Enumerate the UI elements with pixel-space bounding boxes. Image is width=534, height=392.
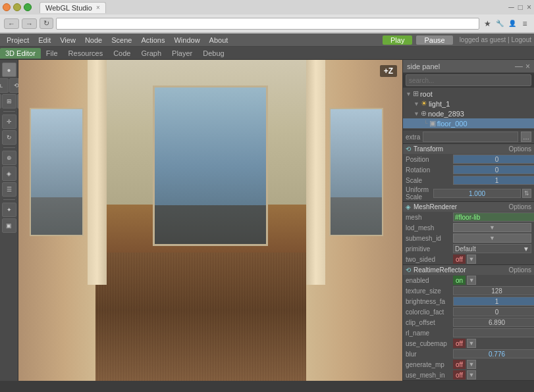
address-bar[interactable] xyxy=(56,18,479,30)
tab-3d-editor[interactable]: 3D Editor xyxy=(0,48,41,59)
transform-header[interactable]: ⟲ Transform Options xyxy=(403,144,534,154)
tree-item-floor[interactable]: └ ▣ floor_000 xyxy=(403,118,534,128)
menu-scene[interactable]: Scene xyxy=(107,36,136,45)
two-sided-btn[interactable]: ▼ xyxy=(467,255,476,264)
rl-name-input[interactable] xyxy=(453,328,534,337)
realtime-reflector-header[interactable]: ⟲ RealtimeReflector Options xyxy=(403,265,534,275)
menu-actions[interactable]: Actions xyxy=(137,36,169,45)
forward-button[interactable]: → xyxy=(22,18,37,29)
two-sided-value: off xyxy=(453,255,466,264)
clip-offset-row: clip_offset ⇅ xyxy=(403,317,534,328)
toolbar-btn-grid[interactable]: ⊞ xyxy=(2,94,16,109)
menu-window[interactable]: Window xyxy=(170,36,203,45)
scale-x[interactable] xyxy=(453,176,534,185)
toolbar-btn-rotate[interactable]: ↻ xyxy=(2,130,16,145)
tree-icon-root: ⊞ xyxy=(413,89,419,98)
back-button[interactable]: ← xyxy=(4,18,19,29)
scale-row: Scale xyxy=(403,175,534,185)
tree-arrow-floor: └ xyxy=(424,120,428,126)
toolbar-btn-8[interactable]: ✦ xyxy=(2,203,16,217)
side-panel-title: side panel xyxy=(407,62,440,70)
extra-btn[interactable]: … xyxy=(521,132,531,142)
use-cubemap-btn[interactable]: ▼ xyxy=(467,339,476,348)
rotation-x[interactable] xyxy=(453,165,534,174)
colorclio-row: colorclio_fact ⇅ xyxy=(403,306,534,317)
colorclio-label: colorclio_fact xyxy=(406,308,452,316)
reflector-options[interactable]: Options xyxy=(509,266,531,274)
generate-map-btn[interactable]: ▼ xyxy=(467,360,476,369)
submesh-btn[interactable]: ▼ xyxy=(453,233,531,243)
window-x-btn[interactable]: × xyxy=(527,3,531,12)
tab-close-icon[interactable]: × xyxy=(96,4,100,11)
menu-node[interactable]: Node xyxy=(81,36,106,45)
primitive-dropdown[interactable]: Default ▼ xyxy=(453,244,531,253)
tree-item-node[interactable]: ▼ ⊕ node_2893 xyxy=(403,109,534,118)
texture-size-input[interactable] xyxy=(453,286,534,295)
brightness-input[interactable] xyxy=(453,297,534,306)
toolbar-btn-l[interactable]: L xyxy=(0,78,9,93)
pause-button[interactable]: Pause xyxy=(416,36,452,45)
search-input[interactable] xyxy=(406,74,531,86)
uniform-scale-btn[interactable]: ⇅ xyxy=(522,189,531,198)
tree-item-root[interactable]: ▼ ⊞ root xyxy=(403,89,534,99)
window-minimize[interactable] xyxy=(13,3,21,11)
extension-icon[interactable]: 🔧 xyxy=(494,18,505,29)
brightness-row: brightness_fa ⇅ xyxy=(403,296,534,306)
mesh-renderer-label: MeshRenderer xyxy=(414,203,457,210)
menu-project[interactable]: Project xyxy=(3,36,33,45)
brightness-value-row: ⇅ xyxy=(453,297,534,306)
use-mesh-btn[interactable]: ▼ xyxy=(467,370,476,380)
colorclio-input[interactable] xyxy=(453,307,534,316)
side-panel-minimize[interactable]: — xyxy=(515,62,523,71)
clip-offset-input[interactable] xyxy=(453,318,534,327)
extra-input[interactable] xyxy=(423,132,518,142)
texture-size-value-row: ▼ xyxy=(453,286,534,295)
toolbar-btn-5[interactable]: ⊕ xyxy=(2,151,16,165)
window-maximize[interactable] xyxy=(24,3,32,11)
user-info: logged as guest | Logout xyxy=(460,36,531,43)
menu-about[interactable]: About xyxy=(205,36,232,45)
menu-edit[interactable]: Edit xyxy=(34,36,55,45)
sub-tab-file[interactable]: File xyxy=(41,48,63,59)
toolbar-btn-9[interactable]: ▣ xyxy=(2,218,16,233)
uniform-scale-value[interactable] xyxy=(433,189,521,198)
tree-label-floor: floor_000 xyxy=(437,120,467,128)
refresh-button[interactable]: ↻ xyxy=(40,18,53,29)
blur-input[interactable] xyxy=(453,349,534,358)
menu-icon[interactable]: ≡ xyxy=(520,18,530,29)
star-icon[interactable]: ★ xyxy=(482,18,493,29)
blur-value-row: ⇅ xyxy=(453,349,534,358)
tree-item-light[interactable]: ▼ ☀ light_1 xyxy=(403,99,534,109)
mesh-value-input[interactable] xyxy=(453,212,534,222)
transform-options[interactable]: Options xyxy=(509,145,531,153)
toolbar-btn-move[interactable]: ✛ xyxy=(2,114,16,129)
sub-tab-graph[interactable]: Graph xyxy=(136,48,167,59)
viewport-scene[interactable]: +Z xyxy=(18,60,402,381)
sub-tab-code[interactable]: Code xyxy=(108,48,136,59)
toolbar-btn-fx[interactable]: Fx xyxy=(0,94,1,109)
sub-tab-player[interactable]: Player xyxy=(167,48,198,59)
toolbar-btn-6[interactable]: ◈ xyxy=(2,166,16,181)
sub-tab-resources[interactable]: Resources xyxy=(63,48,109,59)
person-icon[interactable]: 👤 xyxy=(507,18,518,29)
editor-tabs: 3D Editor File Resources Code Graph Play… xyxy=(0,47,534,60)
position-x[interactable] xyxy=(453,155,534,164)
sub-tab-debug[interactable]: Debug xyxy=(198,48,229,59)
mesh-renderer-options[interactable]: Options xyxy=(509,203,531,210)
window-min-btn[interactable]: ─ xyxy=(508,3,514,12)
toolbar-btn-0[interactable]: ● xyxy=(2,62,16,77)
tree-arrow-root: ▼ xyxy=(406,91,412,97)
mesh-renderer-header[interactable]: ◈ MeshRenderer Options xyxy=(403,202,534,212)
window-close[interactable] xyxy=(3,3,11,11)
play-button[interactable]: Play xyxy=(383,36,412,45)
browser-tab[interactable]: WebGL Studio × xyxy=(40,2,106,13)
toolbar-btn-7[interactable]: ☰ xyxy=(2,182,16,197)
menu-view[interactable]: View xyxy=(56,36,80,45)
tree-icon-floor: ▣ xyxy=(429,119,436,128)
window-restore-btn[interactable]: □ xyxy=(518,3,523,12)
position-values xyxy=(453,155,534,164)
side-panel-close[interactable]: × xyxy=(525,62,530,71)
enabled-btn[interactable]: ▼ xyxy=(467,276,476,285)
colorclio-value-row: ⇅ xyxy=(453,307,534,316)
lod-mesh-btn[interactable]: ▼ xyxy=(453,223,531,232)
